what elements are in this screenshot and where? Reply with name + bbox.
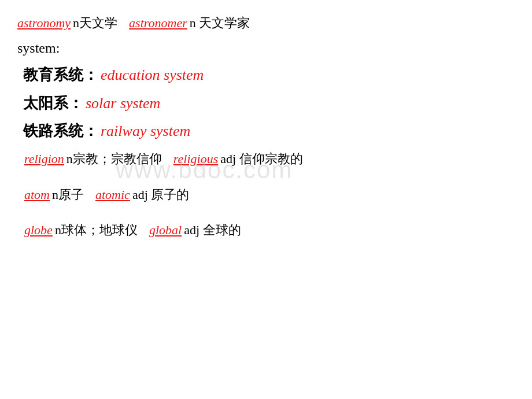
word-atom: atom bbox=[24, 183, 50, 206]
text-atom-def: n原子 bbox=[52, 183, 84, 206]
text-astronomer-def: n 天文学家 bbox=[190, 12, 250, 35]
word-religion: religion bbox=[24, 147, 64, 171]
line-astronomy: astronomy n天文学 astronomer n 天文学家 bbox=[17, 12, 515, 35]
text-system: system: bbox=[17, 36, 60, 61]
line-railway: 铁路系统： railway system bbox=[17, 118, 515, 145]
text-atomic-def: adj 原子的 bbox=[132, 183, 189, 206]
text-religious-def: adj 信仰宗教的 bbox=[220, 147, 302, 171]
en-education: education system bbox=[101, 62, 204, 89]
line-atom: atom n原子 atomic adj 原子的 bbox=[17, 183, 515, 206]
word-globe: globe bbox=[24, 219, 53, 242]
text-globe-def: n球体；地球仪 bbox=[55, 219, 138, 242]
zh-education: 教育系统： bbox=[23, 62, 98, 89]
word-astronomy: astronomy bbox=[17, 12, 71, 35]
word-religious: religious bbox=[173, 147, 218, 171]
zh-railway: 铁路系统： bbox=[23, 118, 98, 145]
text-global-def: adj 全球的 bbox=[184, 219, 241, 242]
zh-solar: 太阳系： bbox=[23, 90, 83, 117]
word-astronomer: astronomer bbox=[129, 12, 187, 35]
text-astronomy-def: n天文学 bbox=[73, 12, 117, 35]
line-religion: religion n宗教；宗教信仰 religious adj 信仰宗教的 bbox=[17, 147, 515, 171]
line-system: system: bbox=[17, 36, 515, 61]
main-content: astronomy n天文学 astronomer n 天文学家 system:… bbox=[0, 0, 532, 259]
line-solar: 太阳系： solar system bbox=[17, 90, 515, 117]
line-education: 教育系统： education system bbox=[17, 62, 515, 89]
line-globe: globe n球体；地球仪 global adj 全球的 bbox=[17, 219, 515, 242]
word-global: global bbox=[149, 219, 182, 242]
word-atomic: atomic bbox=[95, 183, 130, 206]
text-religion-def: n宗教；宗教信仰 bbox=[66, 147, 162, 171]
en-solar: solar system bbox=[86, 90, 160, 117]
en-railway: railway system bbox=[101, 118, 190, 145]
